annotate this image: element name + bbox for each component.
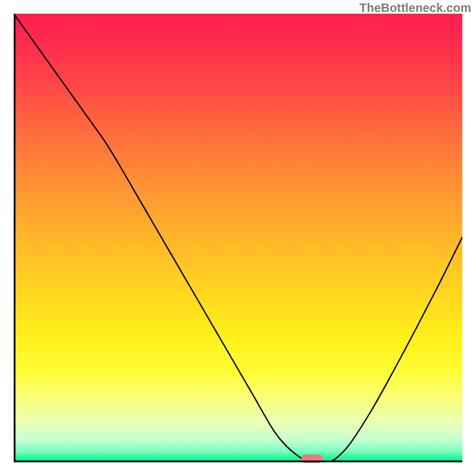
bottleneck-curve [14,14,462,462]
plot-area [14,14,462,462]
optimal-marker [301,455,322,463]
curve-path [14,14,462,462]
chart-canvas: TheBottleneck.com [0,0,476,476]
watermark-text: TheBottleneck.com [359,1,471,15]
